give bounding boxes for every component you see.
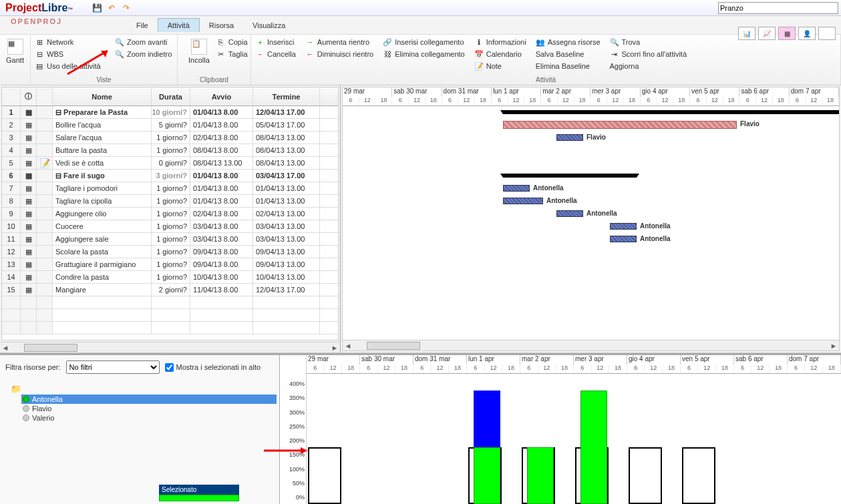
table-row[interactable]: 14▦Condire la pasta1 giorno?10/04/13 8.0… bbox=[2, 271, 338, 284]
find-icon: 🔍 bbox=[610, 37, 619, 47]
table-row[interactable]: 4▦Buttare la pasta1 giorno?08/04/13 8.00… bbox=[2, 144, 338, 157]
gantt-bar[interactable] bbox=[503, 110, 840, 114]
paste-button[interactable]: 📋Incolla bbox=[182, 36, 216, 67]
gantt-bar[interactable] bbox=[503, 174, 637, 178]
app-logo: ProjectLibre™ bbox=[0, 2, 78, 14]
chart-bar bbox=[308, 447, 341, 504]
table-row[interactable]: 10▦Cuocere1 giorno?03/04/13 8.0003/04/13… bbox=[2, 220, 338, 233]
gantt-scrollbar[interactable]: ◄► bbox=[343, 340, 839, 350]
chart-timeline-header: 29 marsab 30 mardom 31 marlun 1 aprmar 2… bbox=[307, 355, 841, 374]
table-scrollbar[interactable]: ◄► bbox=[0, 342, 340, 352]
tab-file[interactable]: File bbox=[127, 19, 158, 32]
folder-icon: 📁 bbox=[11, 384, 21, 394]
zoom-in-button[interactable]: 🔍Zoom avanti bbox=[115, 36, 172, 48]
indent-icon: → bbox=[305, 37, 315, 47]
group-label-viste: Viste bbox=[35, 75, 173, 83]
table-row[interactable]: 7▦Tagliare i pomodori1 giorno?01/04/13 8… bbox=[2, 182, 338, 195]
table-row[interactable]: 5▦📝Vedi se è cotta0 giorni?08/04/13 13.0… bbox=[2, 157, 338, 170]
del-baseline-button[interactable]: Elimina Baseline bbox=[536, 60, 601, 72]
wbs-icon: ⊟ bbox=[35, 49, 44, 59]
cut-button[interactable]: ✂Taglia bbox=[216, 48, 248, 60]
resource-tree: 📁 Antonella Flavio Valerio bbox=[3, 383, 277, 423]
uso-button[interactable]: ▤Uso delle attività bbox=[35, 60, 108, 72]
table-row[interactable]: 13▦Grattugiare il parmigiano1 giorno?09/… bbox=[2, 258, 338, 271]
table-row[interactable]: 6▦⊟ Fare il sugo3 giorni?01/04/13 8.0003… bbox=[2, 170, 338, 182]
chart-yaxis: 0%50%100%150%200%250%300%350%400% bbox=[280, 355, 307, 504]
info-icon: ℹ bbox=[474, 37, 484, 47]
network-icon: ⊞ bbox=[35, 37, 44, 47]
assign-icon: 👥 bbox=[536, 37, 545, 47]
gantt-icon: ▦ bbox=[7, 39, 23, 55]
chart-bar bbox=[527, 447, 554, 504]
note-icon: 📝 bbox=[474, 61, 484, 71]
calendar-button[interactable]: 📅Calendario bbox=[474, 48, 526, 60]
gantt-bar[interactable]: Flavio bbox=[503, 121, 737, 129]
outdent-icon: ← bbox=[305, 49, 315, 59]
dot-icon bbox=[23, 405, 29, 412]
link-icon: 🔗 bbox=[383, 37, 392, 47]
gantt-bar[interactable]: Antonella bbox=[610, 236, 637, 242]
gantt-bar[interactable]: Antonella bbox=[503, 198, 543, 204]
gantt-bar[interactable]: Flavio bbox=[556, 134, 583, 141]
table-row[interactable]: 9▦Aggiungere olio1 giorno?02/04/13 8.000… bbox=[2, 208, 338, 220]
zoom-out-icon: 🔍 bbox=[115, 49, 124, 59]
redo-icon[interactable]: ↷ bbox=[121, 3, 132, 13]
link-button[interactable]: 🔗Inserisi collegamento bbox=[383, 36, 465, 48]
undo-icon[interactable]: ↶ bbox=[106, 3, 117, 13]
table-row[interactable]: 8▦Tagliare la cipolla1 giorno?01/04/13 8… bbox=[2, 195, 338, 208]
plus-icon: ＋ bbox=[255, 37, 265, 47]
uso-icon: ▤ bbox=[35, 61, 44, 71]
info-button[interactable]: ℹInformazioni bbox=[474, 36, 526, 48]
gantt-bar[interactable]: Antonella bbox=[503, 185, 530, 192]
tab-visualizza[interactable]: Visualizza bbox=[243, 19, 295, 32]
outdent-button[interactable]: ←Diminuisci rientro bbox=[305, 48, 373, 60]
document-title-input[interactable] bbox=[718, 2, 838, 14]
table-row[interactable]: 12▦Scolare la pasta1 giorno?09/04/13 8.0… bbox=[2, 246, 338, 258]
indent-button[interactable]: →Aumenta rientro bbox=[305, 36, 373, 48]
filter-select[interactable]: No filtri bbox=[66, 360, 160, 374]
show-selected-checkbox[interactable]: Mostra i selezionati in alto bbox=[165, 363, 261, 372]
unlink-button[interactable]: ⛓Elimina collegamento bbox=[383, 48, 465, 60]
paste-icon: 📋 bbox=[191, 39, 207, 55]
resource-valerio[interactable]: Valerio bbox=[21, 413, 277, 423]
table-row[interactable]: 2▦Bollire l'acqua5 giorni?01/04/13 8.000… bbox=[2, 119, 338, 132]
gantt-button[interactable]: ▦Gantt bbox=[4, 36, 26, 67]
copy-icon: ⎘ bbox=[216, 37, 226, 47]
zoom-out-button[interactable]: 🔍Zoom indietro bbox=[115, 48, 172, 60]
chart-bar bbox=[580, 391, 607, 504]
copy-button[interactable]: ⎘Copia bbox=[216, 36, 248, 48]
wbs-button[interactable]: ⊟WBS bbox=[35, 48, 108, 60]
resource-antonella[interactable]: Antonella bbox=[21, 395, 277, 404]
insert-button[interactable]: ＋Inserisci bbox=[255, 36, 296, 48]
table-row[interactable]: 3▦Salare l'acqua1 giorno?02/04/13 8.0008… bbox=[2, 132, 338, 144]
group-label-clipboard: Clipboard bbox=[182, 75, 246, 83]
save-baseline-button[interactable]: Salva Baseline bbox=[536, 48, 601, 60]
save-icon[interactable]: 💾 bbox=[92, 3, 102, 13]
chart-bar bbox=[629, 447, 662, 504]
tab-attivita[interactable]: Attività bbox=[158, 18, 200, 32]
find-button[interactable]: 🔍Trova bbox=[610, 36, 687, 48]
gantt-bar[interactable]: Antonella bbox=[556, 210, 583, 217]
table-row[interactable]: 11▦Aggiungere sale1 giorno?03/04/13 8.00… bbox=[2, 233, 338, 246]
table-row[interactable]: 15▦Mangiare2 giorni?11/04/13 8.0012/04/1… bbox=[2, 284, 338, 296]
timeline-header: 29 marsab 30 mardom 31 marlun 1 aprmar 2… bbox=[343, 87, 839, 106]
gantt-bar[interactable]: Antonella bbox=[610, 223, 637, 230]
tab-risorsa[interactable]: Risorsa bbox=[200, 19, 243, 32]
unlink-icon: ⛓ bbox=[383, 49, 392, 59]
table-header: ⓘ Nome Durata Avvio Termine bbox=[2, 87, 338, 106]
update-button[interactable]: Aggiorna bbox=[610, 60, 687, 72]
network-button[interactable]: ⊞Network bbox=[35, 36, 108, 48]
delete-button[interactable]: －Cancella bbox=[255, 48, 296, 60]
group-label-attivita: Attività bbox=[255, 75, 836, 83]
scroll-to-button[interactable]: ⇥Scorri fino all'attività bbox=[610, 48, 687, 60]
assign-button[interactable]: 👥Assegna risorse bbox=[536, 36, 601, 48]
dot-icon bbox=[23, 396, 29, 403]
gantt-body[interactable]: FlavioFlavioAntonellaAntonellaAntonellaA… bbox=[343, 106, 839, 340]
dot-icon bbox=[23, 415, 29, 421]
note-button[interactable]: 📝Note bbox=[474, 60, 526, 72]
chart-bar bbox=[474, 447, 500, 504]
table-row[interactable]: 1▦⊟ Preparare la Pasta10 giorni?01/04/13… bbox=[2, 106, 338, 119]
subbrand-label: OPENPROJ bbox=[11, 17, 62, 25]
resource-flavio[interactable]: Flavio bbox=[21, 404, 277, 413]
chart-bar bbox=[682, 447, 715, 504]
